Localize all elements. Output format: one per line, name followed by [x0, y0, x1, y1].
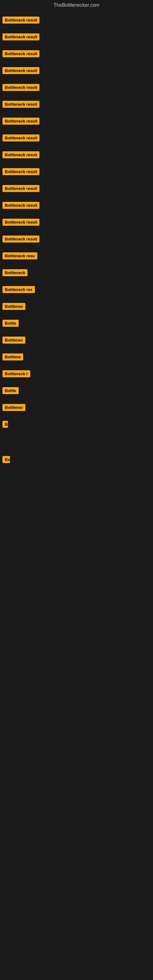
- bottleneck-badge: Bottleneck result: [2, 50, 40, 57]
- bottleneck-badge: Bottleneck result: [2, 202, 40, 209]
- bottleneck-row: Bottleneck result: [0, 197, 153, 214]
- bottleneck-item[interactable]: Bottleneck resu: [2, 252, 151, 259]
- bottleneck-row: Bottlenec: [0, 298, 153, 315]
- bottleneck-badge: Bottleneck result: [2, 235, 40, 243]
- bottleneck-row: Bottleneck result: [0, 214, 153, 231]
- bottleneck-badge: Bottleneck res: [2, 286, 35, 293]
- bottleneck-row: Bottle: [0, 315, 153, 332]
- bottleneck-badge: Bottlenec: [2, 404, 26, 411]
- bottleneck-badge: Bottleneck result: [2, 101, 40, 108]
- bottleneck-row: Bottlene: [0, 348, 153, 365]
- bottleneck-row: Bottleneck r: [0, 365, 153, 382]
- bottleneck-row: Bottleneck result: [0, 45, 153, 62]
- bottleneck-row: Bo: [0, 451, 153, 468]
- bottleneck-item[interactable]: Bottle: [2, 387, 151, 394]
- bottleneck-row: Bottleneck result: [0, 113, 153, 130]
- bottleneck-item[interactable]: Bottlenec: [2, 337, 151, 344]
- bottleneck-item[interactable]: Bottlenec: [2, 303, 151, 310]
- bottleneck-badge: Bottleneck: [2, 269, 27, 276]
- bottleneck-item[interactable]: Bottleneck result: [2, 168, 151, 175]
- bottleneck-item[interactable]: Bottleneck result: [2, 235, 151, 243]
- site-title-container: TheBottlenecker.com: [0, 0, 153, 12]
- bottleneck-row: [0, 474, 153, 480]
- bottleneck-row: [0, 468, 153, 474]
- bottleneck-item[interactable]: Bottleneck result: [2, 67, 151, 74]
- bottleneck-item[interactable]: Bottleneck result: [2, 84, 151, 91]
- bottleneck-row: [0, 433, 153, 439]
- bottleneck-row: Bottleneck result: [0, 79, 153, 96]
- bottleneck-badge: Bottleneck result: [2, 33, 40, 40]
- bottleneck-row: Bottleneck result: [0, 163, 153, 180]
- bottleneck-row: Bottlenec: [0, 332, 153, 348]
- bottleneck-badge: Bottle: [2, 320, 19, 327]
- bottleneck-badge: B: [2, 421, 8, 428]
- bottleneck-row: Bottleneck result: [0, 146, 153, 163]
- bottleneck-badge: Bo: [2, 456, 10, 463]
- bottleneck-item[interactable]: Bottlenec: [2, 404, 151, 411]
- bottleneck-row: [0, 445, 153, 451]
- bottleneck-badge: Bottleneck result: [2, 185, 40, 192]
- bottleneck-item[interactable]: Bottleneck: [2, 269, 151, 276]
- bottleneck-badge: Bottle: [2, 387, 19, 394]
- bottleneck-row: Bottleneck: [0, 264, 153, 281]
- bottleneck-badge: Bottlenec: [2, 337, 26, 344]
- bottleneck-row: Bottleneck result: [0, 96, 153, 113]
- bottleneck-item[interactable]: Bottleneck result: [2, 202, 151, 209]
- bottleneck-item[interactable]: Bottleneck result: [2, 101, 151, 108]
- bottleneck-row: Bottleneck result: [0, 62, 153, 79]
- bottleneck-item[interactable]: Bottleneck result: [2, 151, 151, 158]
- bottleneck-row: Bottleneck result: [0, 29, 153, 45]
- bottleneck-item[interactable]: Bottleneck result: [2, 118, 151, 125]
- bottleneck-row: Bottleneck result: [0, 12, 153, 29]
- bottleneck-row: Bottleneck res: [0, 281, 153, 298]
- bottleneck-badge: Bottleneck result: [2, 134, 40, 142]
- bottleneck-item[interactable]: Bottleneck result: [2, 16, 151, 24]
- bottleneck-row: Bottleneck result: [0, 231, 153, 247]
- bottleneck-item[interactable]: Bottlene: [2, 353, 151, 360]
- bottleneck-row: Bottlenec: [0, 399, 153, 416]
- bottleneck-item[interactable]: Bottleneck result: [2, 33, 151, 40]
- bottleneck-badge: Bottleneck result: [2, 219, 40, 226]
- bottleneck-item[interactable]: Bottleneck result: [2, 50, 151, 57]
- bottleneck-badge: Bottleneck result: [2, 16, 40, 24]
- bottleneck-badge: Bottlene: [2, 353, 23, 360]
- bottleneck-badge: Bottleneck r: [2, 370, 30, 377]
- bottleneck-row: Bottleneck result: [0, 180, 153, 197]
- bottleneck-item[interactable]: Bo: [2, 456, 151, 463]
- bottleneck-item[interactable]: Bottleneck result: [2, 219, 151, 226]
- bottleneck-row: [0, 480, 153, 486]
- bottleneck-badge: Bottleneck result: [2, 67, 40, 74]
- bottleneck-item[interactable]: Bottleneck r: [2, 370, 151, 377]
- bottleneck-row: [0, 439, 153, 445]
- bottleneck-badge: Bottleneck result: [2, 118, 40, 125]
- bottleneck-item[interactable]: B: [2, 421, 151, 428]
- bottleneck-badge: Bottleneck result: [2, 151, 40, 158]
- bottleneck-item[interactable]: Bottleneck result: [2, 134, 151, 142]
- rows-container: Bottleneck resultBottleneck resultBottle…: [0, 12, 153, 486]
- bottleneck-badge: Bottlenec: [2, 303, 26, 310]
- site-title: TheBottlenecker.com: [0, 0, 153, 12]
- bottleneck-row: Bottle: [0, 382, 153, 399]
- bottleneck-item[interactable]: Bottleneck res: [2, 286, 151, 293]
- bottleneck-row: Bottleneck resu: [0, 247, 153, 264]
- bottleneck-badge: Bottleneck result: [2, 168, 40, 175]
- bottleneck-row: B: [0, 416, 153, 433]
- bottleneck-item[interactable]: Bottleneck result: [2, 185, 151, 192]
- bottleneck-badge: Bottleneck result: [2, 84, 40, 91]
- bottleneck-badge: Bottleneck resu: [2, 252, 37, 259]
- bottleneck-row: Bottleneck result: [0, 130, 153, 146]
- bottleneck-item[interactable]: Bottle: [2, 320, 151, 327]
